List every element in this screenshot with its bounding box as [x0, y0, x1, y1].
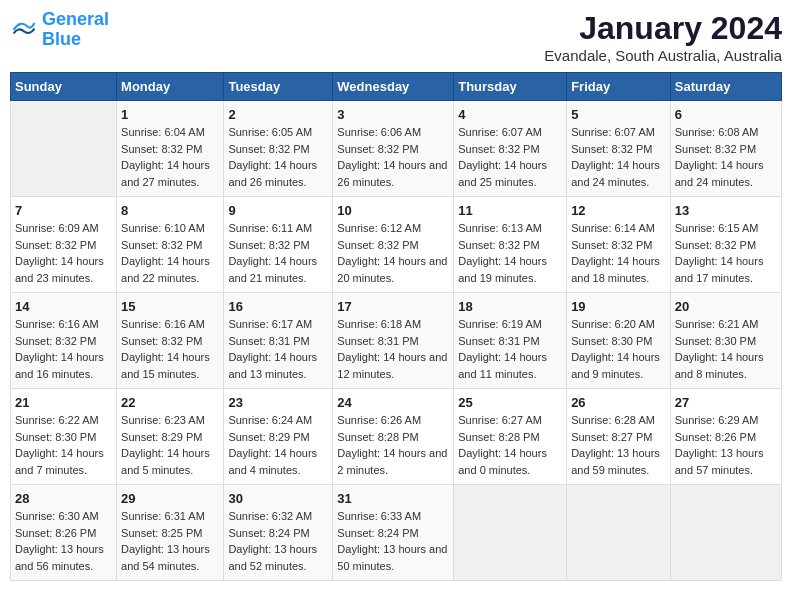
calendar-cell: 18Sunrise: 6:19 AMSunset: 8:31 PMDayligh… — [454, 293, 567, 389]
day-info: Sunrise: 6:31 AMSunset: 8:25 PMDaylight:… — [121, 508, 219, 574]
weekday-header-saturday: Saturday — [670, 73, 781, 101]
day-number: 13 — [675, 203, 777, 218]
day-info: Sunrise: 6:29 AMSunset: 8:26 PMDaylight:… — [675, 412, 777, 478]
day-info: Sunrise: 6:26 AMSunset: 8:28 PMDaylight:… — [337, 412, 449, 478]
day-info: Sunrise: 6:04 AMSunset: 8:32 PMDaylight:… — [121, 124, 219, 190]
day-info: Sunrise: 6:16 AMSunset: 8:32 PMDaylight:… — [15, 316, 112, 382]
day-info: Sunrise: 6:22 AMSunset: 8:30 PMDaylight:… — [15, 412, 112, 478]
day-info: Sunrise: 6:21 AMSunset: 8:30 PMDaylight:… — [675, 316, 777, 382]
calendar-table: SundayMondayTuesdayWednesdayThursdayFrid… — [10, 72, 782, 581]
calendar-cell: 5Sunrise: 6:07 AMSunset: 8:32 PMDaylight… — [567, 101, 671, 197]
day-number: 4 — [458, 107, 562, 122]
day-number: 9 — [228, 203, 328, 218]
logo-icon — [10, 16, 38, 44]
page-header: GeneralBlue January 2024 Evandale, South… — [10, 10, 782, 64]
day-number: 25 — [458, 395, 562, 410]
day-info: Sunrise: 6:23 AMSunset: 8:29 PMDaylight:… — [121, 412, 219, 478]
logo-text: GeneralBlue — [42, 10, 109, 50]
calendar-cell: 6Sunrise: 6:08 AMSunset: 8:32 PMDaylight… — [670, 101, 781, 197]
day-number: 6 — [675, 107, 777, 122]
day-info: Sunrise: 6:24 AMSunset: 8:29 PMDaylight:… — [228, 412, 328, 478]
day-info: Sunrise: 6:32 AMSunset: 8:24 PMDaylight:… — [228, 508, 328, 574]
calendar-cell: 21Sunrise: 6:22 AMSunset: 8:30 PMDayligh… — [11, 389, 117, 485]
day-info: Sunrise: 6:20 AMSunset: 8:30 PMDaylight:… — [571, 316, 666, 382]
day-info: Sunrise: 6:16 AMSunset: 8:32 PMDaylight:… — [121, 316, 219, 382]
calendar-cell: 26Sunrise: 6:28 AMSunset: 8:27 PMDayligh… — [567, 389, 671, 485]
day-number: 18 — [458, 299, 562, 314]
day-number: 7 — [15, 203, 112, 218]
calendar-cell: 23Sunrise: 6:24 AMSunset: 8:29 PMDayligh… — [224, 389, 333, 485]
day-number: 16 — [228, 299, 328, 314]
day-info: Sunrise: 6:09 AMSunset: 8:32 PMDaylight:… — [15, 220, 112, 286]
calendar-cell: 9Sunrise: 6:11 AMSunset: 8:32 PMDaylight… — [224, 197, 333, 293]
month-title: January 2024 — [544, 10, 782, 47]
calendar-week-4: 21Sunrise: 6:22 AMSunset: 8:30 PMDayligh… — [11, 389, 782, 485]
day-info: Sunrise: 6:28 AMSunset: 8:27 PMDaylight:… — [571, 412, 666, 478]
day-number: 31 — [337, 491, 449, 506]
day-number: 10 — [337, 203, 449, 218]
day-info: Sunrise: 6:10 AMSunset: 8:32 PMDaylight:… — [121, 220, 219, 286]
calendar-week-2: 7Sunrise: 6:09 AMSunset: 8:32 PMDaylight… — [11, 197, 782, 293]
day-info: Sunrise: 6:19 AMSunset: 8:31 PMDaylight:… — [458, 316, 562, 382]
calendar-cell: 4Sunrise: 6:07 AMSunset: 8:32 PMDaylight… — [454, 101, 567, 197]
calendar-cell: 27Sunrise: 6:29 AMSunset: 8:26 PMDayligh… — [670, 389, 781, 485]
calendar-cell: 10Sunrise: 6:12 AMSunset: 8:32 PMDayligh… — [333, 197, 454, 293]
calendar-cell: 17Sunrise: 6:18 AMSunset: 8:31 PMDayligh… — [333, 293, 454, 389]
calendar-cell: 28Sunrise: 6:30 AMSunset: 8:26 PMDayligh… — [11, 485, 117, 581]
day-number: 22 — [121, 395, 219, 410]
title-block: January 2024 Evandale, South Australia, … — [544, 10, 782, 64]
weekday-header-friday: Friday — [567, 73, 671, 101]
calendar-week-1: 1Sunrise: 6:04 AMSunset: 8:32 PMDaylight… — [11, 101, 782, 197]
day-info: Sunrise: 6:06 AMSunset: 8:32 PMDaylight:… — [337, 124, 449, 190]
day-number: 17 — [337, 299, 449, 314]
day-number: 19 — [571, 299, 666, 314]
day-number: 23 — [228, 395, 328, 410]
calendar-cell: 19Sunrise: 6:20 AMSunset: 8:30 PMDayligh… — [567, 293, 671, 389]
day-number: 1 — [121, 107, 219, 122]
day-number: 26 — [571, 395, 666, 410]
calendar-cell: 30Sunrise: 6:32 AMSunset: 8:24 PMDayligh… — [224, 485, 333, 581]
calendar-week-3: 14Sunrise: 6:16 AMSunset: 8:32 PMDayligh… — [11, 293, 782, 389]
day-number: 8 — [121, 203, 219, 218]
calendar-cell: 7Sunrise: 6:09 AMSunset: 8:32 PMDaylight… — [11, 197, 117, 293]
day-number: 24 — [337, 395, 449, 410]
day-number: 2 — [228, 107, 328, 122]
day-info: Sunrise: 6:15 AMSunset: 8:32 PMDaylight:… — [675, 220, 777, 286]
calendar-cell: 13Sunrise: 6:15 AMSunset: 8:32 PMDayligh… — [670, 197, 781, 293]
calendar-cell: 24Sunrise: 6:26 AMSunset: 8:28 PMDayligh… — [333, 389, 454, 485]
day-info: Sunrise: 6:17 AMSunset: 8:31 PMDaylight:… — [228, 316, 328, 382]
day-number: 27 — [675, 395, 777, 410]
calendar-cell: 3Sunrise: 6:06 AMSunset: 8:32 PMDaylight… — [333, 101, 454, 197]
day-number: 29 — [121, 491, 219, 506]
calendar-cell: 25Sunrise: 6:27 AMSunset: 8:28 PMDayligh… — [454, 389, 567, 485]
calendar-week-5: 28Sunrise: 6:30 AMSunset: 8:26 PMDayligh… — [11, 485, 782, 581]
weekday-header-row: SundayMondayTuesdayWednesdayThursdayFrid… — [11, 73, 782, 101]
calendar-cell — [454, 485, 567, 581]
calendar-cell: 12Sunrise: 6:14 AMSunset: 8:32 PMDayligh… — [567, 197, 671, 293]
day-number: 5 — [571, 107, 666, 122]
calendar-cell — [11, 101, 117, 197]
calendar-cell — [670, 485, 781, 581]
day-number: 28 — [15, 491, 112, 506]
day-info: Sunrise: 6:07 AMSunset: 8:32 PMDaylight:… — [571, 124, 666, 190]
calendar-cell: 20Sunrise: 6:21 AMSunset: 8:30 PMDayligh… — [670, 293, 781, 389]
weekday-header-thursday: Thursday — [454, 73, 567, 101]
weekday-header-monday: Monday — [117, 73, 224, 101]
day-info: Sunrise: 6:11 AMSunset: 8:32 PMDaylight:… — [228, 220, 328, 286]
location-title: Evandale, South Australia, Australia — [544, 47, 782, 64]
day-number: 11 — [458, 203, 562, 218]
day-number: 12 — [571, 203, 666, 218]
day-number: 15 — [121, 299, 219, 314]
calendar-cell: 8Sunrise: 6:10 AMSunset: 8:32 PMDaylight… — [117, 197, 224, 293]
calendar-cell: 29Sunrise: 6:31 AMSunset: 8:25 PMDayligh… — [117, 485, 224, 581]
calendar-cell: 11Sunrise: 6:13 AMSunset: 8:32 PMDayligh… — [454, 197, 567, 293]
weekday-header-sunday: Sunday — [11, 73, 117, 101]
day-number: 20 — [675, 299, 777, 314]
day-info: Sunrise: 6:12 AMSunset: 8:32 PMDaylight:… — [337, 220, 449, 286]
calendar-body: 1Sunrise: 6:04 AMSunset: 8:32 PMDaylight… — [11, 101, 782, 581]
day-info: Sunrise: 6:05 AMSunset: 8:32 PMDaylight:… — [228, 124, 328, 190]
calendar-cell: 1Sunrise: 6:04 AMSunset: 8:32 PMDaylight… — [117, 101, 224, 197]
day-info: Sunrise: 6:18 AMSunset: 8:31 PMDaylight:… — [337, 316, 449, 382]
day-info: Sunrise: 6:27 AMSunset: 8:28 PMDaylight:… — [458, 412, 562, 478]
day-number: 3 — [337, 107, 449, 122]
